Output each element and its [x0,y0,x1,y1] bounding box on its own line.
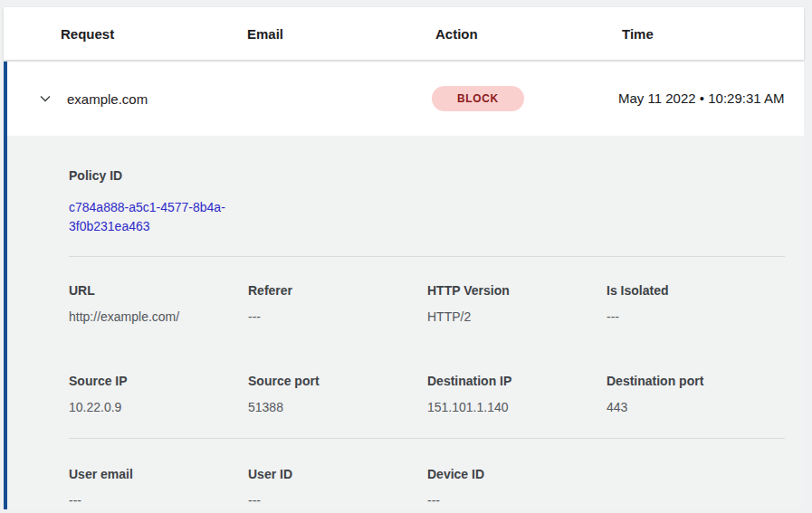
field-label: Destination port [607,374,785,389]
field-value: HTTP/2 [427,309,607,325]
field-label: URL [69,283,248,299]
field-value: http://example.com/ [69,309,248,325]
log-row[interactable]: example.com BLOCK May 11 2022 • 10:29:31… [4,62,804,136]
field-label: HTTP Version [427,283,607,299]
field-label: Source IP [69,374,248,389]
field-value: 151.101.1.140 [427,400,607,415]
field-value: --- [248,309,427,325]
field-referer: Referer --- [248,283,427,325]
field-is-isolated: Is Isolated --- [607,283,785,325]
field-empty [607,467,785,508]
field-label: Referer [248,283,427,299]
column-header-action: Action [435,26,622,42]
field-label: Source port [248,374,427,389]
field-value: --- [607,309,785,325]
field-label: Device ID [427,467,607,482]
divider [69,256,785,257]
field-value: --- [427,493,607,508]
field-value: 51388 [248,400,427,415]
field-value: --- [248,493,427,508]
field-label: Is Isolated [607,283,785,299]
request-cell: example.com [38,91,244,107]
field-device-id: Device ID --- [427,467,607,508]
action-cell: BLOCK [432,86,618,111]
field-url: URL http://example.com/ [69,283,248,325]
field-user-id: User ID --- [248,467,427,508]
field-destination-port: Destination port 443 [607,374,785,415]
user-detail-section: User email --- User ID --- Device ID --- [69,467,785,508]
time-cell: May 11 2022 • 10:29:31 AM [618,88,792,109]
column-header-request: Request [61,26,247,42]
field-value: --- [69,493,248,508]
field-source-port: Source port 51388 [248,374,427,415]
network-detail-section: Source IP 10.22.0.9 Source port 51388 De… [69,374,785,415]
field-user-email: User email --- [69,467,248,508]
field-value: 443 [607,400,785,415]
field-label: User ID [248,467,427,482]
column-header-email: Email [247,26,435,42]
policy-id-link[interactable]: c784a888-a5c1-4577-8b4a-3f0b231ea463 [69,198,250,236]
policy-id-label: Policy ID [69,168,785,184]
request-domain: example.com [67,91,148,107]
field-source-ip: Source IP 10.22.0.9 [69,374,248,415]
log-detail-panel: Policy ID c784a888-a5c1-4577-8b4a-3f0b23… [4,136,804,509]
field-destination-ip: Destination IP 151.101.1.140 [427,374,607,415]
action-badge-block: BLOCK [432,86,524,111]
policy-id-section: Policy ID c784a888-a5c1-4577-8b4a-3f0b23… [69,168,785,236]
field-value: 10.22.0.9 [69,400,248,415]
column-header-time: Time [622,26,804,42]
field-label: User email [69,467,248,482]
field-label: Destination IP [427,374,607,389]
divider [69,438,785,439]
field-http-version: HTTP Version HTTP/2 [427,283,607,325]
table-header: Request Email Action Time [4,7,804,60]
http-detail-section: URL http://example.com/ Referer --- HTTP… [69,283,785,325]
chevron-down-icon[interactable] [38,91,53,106]
log-table-card: Request Email Action Time example.com BL… [4,7,804,509]
